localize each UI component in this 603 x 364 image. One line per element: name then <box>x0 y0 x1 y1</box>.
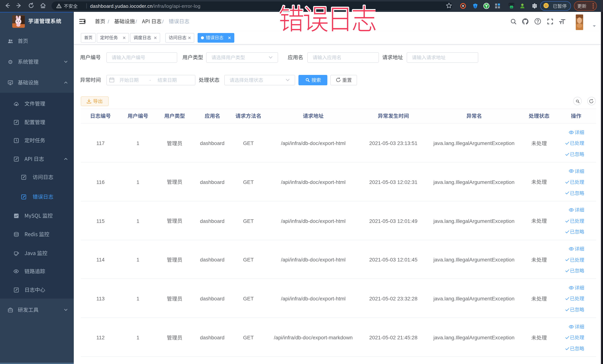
svg-text:on: on <box>510 6 513 8</box>
